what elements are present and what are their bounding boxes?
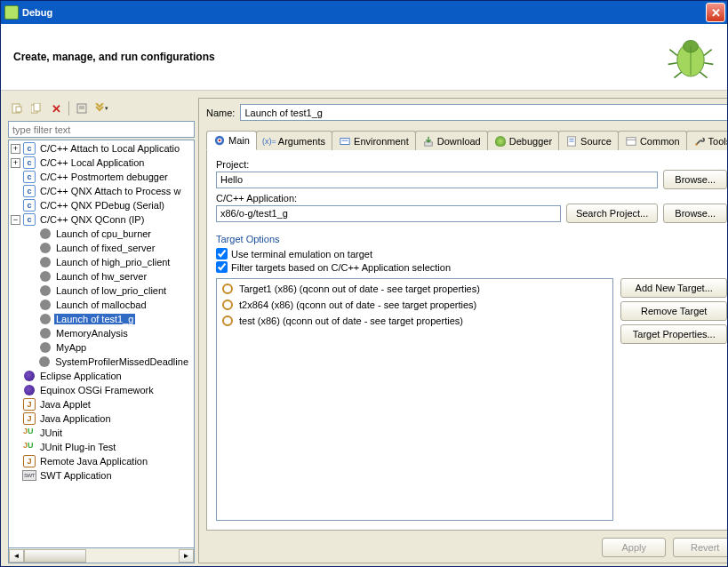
tree-item[interactable]: cC/C++ Postmortem debugger bbox=[9, 170, 194, 184]
tab-environment[interactable]: Environment bbox=[332, 131, 416, 150]
j-icon: J bbox=[22, 397, 36, 411]
config-tree[interactable]: +cC/C++ Attach to Local Applicatio+cC/C+… bbox=[8, 140, 195, 548]
target-properties-button[interactable]: Target Properties... bbox=[620, 324, 727, 344]
tree-item[interactable]: JUnit bbox=[9, 426, 194, 440]
scroll-right-button[interactable]: ► bbox=[179, 549, 194, 563]
tree-item[interactable]: −cC/C++ QNX QConn (IP) bbox=[9, 212, 194, 227]
name-label: Name: bbox=[206, 108, 235, 118]
tab-main-content: Project: Browse... C/C++ Application: Se… bbox=[206, 150, 728, 531]
download-icon bbox=[422, 135, 435, 148]
tab-debugger[interactable]: Debugger bbox=[487, 131, 559, 150]
tab-main[interactable]: Main bbox=[206, 131, 257, 150]
tree-item-label: C/C++ QNX QConn (IP) bbox=[38, 214, 146, 225]
tab-source[interactable]: Source bbox=[558, 131, 619, 150]
add-target-button[interactable]: Add New Target... bbox=[620, 278, 727, 298]
tree-item[interactable]: Launch of high_prio_client bbox=[9, 255, 194, 269]
tree-toggle-icon[interactable]: + bbox=[11, 144, 20, 154]
tree-item[interactable]: cC/C++ QNX PDebug (Serial) bbox=[9, 198, 194, 212]
tree-item[interactable]: JJava Applet bbox=[9, 397, 194, 411]
target-item-label: Target1 (x86) (qconn out of date - see t… bbox=[239, 284, 480, 294]
tree-item[interactable]: cC/C++ QNX Attach to Process w bbox=[9, 184, 194, 198]
project-input[interactable] bbox=[216, 172, 658, 188]
tree-item[interactable]: MyApp bbox=[9, 340, 194, 355]
tree-toggle-icon[interactable]: − bbox=[11, 215, 20, 225]
search-project-button[interactable]: Search Project... bbox=[566, 204, 658, 223]
svg-point-27 bbox=[695, 143, 698, 146]
tree-item[interactable]: JUnit Plug-in Test bbox=[9, 440, 194, 454]
filter-targets-checkbox[interactable]: Filter targets based on C/C++ Applicatio… bbox=[216, 261, 727, 273]
filter-targets-label: Filter targets based on C/C++ Applicatio… bbox=[231, 262, 451, 273]
tree-item[interactable]: Launch of fixed_server bbox=[9, 241, 194, 255]
tab-common[interactable]: Common bbox=[618, 131, 687, 150]
tree-item-label: Java Applet bbox=[38, 399, 92, 410]
target-item[interactable]: Target1 (x86) (qconn out of date - see t… bbox=[219, 281, 611, 297]
scroll-thumb[interactable] bbox=[24, 549, 86, 563]
tab-label: Debugger bbox=[509, 136, 552, 147]
duplicate-config-button[interactable] bbox=[28, 100, 45, 117]
swt-icon: SWT bbox=[22, 468, 36, 483]
tree-item[interactable]: MemoryAnalysis bbox=[9, 326, 194, 340]
tree-item[interactable]: +cC/C++ Local Application bbox=[9, 156, 194, 170]
tree-item-label: Remote Java Application bbox=[38, 456, 149, 467]
tree-item-label: C/C++ Postmortem debugger bbox=[38, 172, 170, 182]
tree-item[interactable]: Launch of mallocbad bbox=[9, 298, 194, 312]
tree-item[interactable]: Launch of hw_server bbox=[9, 269, 194, 284]
tab-label: Arguments bbox=[278, 136, 325, 147]
tab-download[interactable]: Download bbox=[415, 131, 488, 150]
tree-item[interactable]: Launch of low_prio_client bbox=[9, 284, 194, 298]
tree-item-label: JUnit Plug-in Test bbox=[38, 442, 117, 452]
delete-config-button[interactable]: ✕ bbox=[47, 100, 65, 117]
svg-rect-10 bbox=[16, 107, 21, 112]
tree-item-label: SWT Application bbox=[38, 470, 114, 481]
gear-icon bbox=[38, 255, 52, 269]
tab-label: Common bbox=[640, 136, 680, 147]
tree-toggle-icon[interactable]: + bbox=[11, 158, 20, 168]
tree-item[interactable]: Eclipse Application bbox=[9, 369, 194, 383]
close-window-button[interactable]: ✕ bbox=[706, 3, 725, 22]
svg-rect-12 bbox=[34, 103, 40, 111]
filter-targets-input[interactable] bbox=[216, 261, 228, 273]
target-list[interactable]: Target1 (x86) (qconn out of date - see t… bbox=[216, 278, 613, 521]
application-input[interactable] bbox=[216, 205, 561, 222]
tree-item[interactable]: +cC/C++ Attach to Local Applicatio bbox=[9, 141, 194, 156]
target-item-label: test (x86) (qconn out of date - see targ… bbox=[239, 315, 463, 326]
revert-button[interactable]: Revert bbox=[673, 538, 728, 557]
tab-tools[interactable]: Tools bbox=[686, 131, 728, 150]
c-icon: c bbox=[22, 170, 36, 184]
svg-line-5 bbox=[704, 63, 713, 65]
tab-arguments[interactable]: (x)=Arguments bbox=[256, 131, 332, 150]
tree-item[interactable]: Launch of cpu_burner bbox=[9, 227, 194, 241]
filter-config-button[interactable] bbox=[73, 100, 91, 117]
tree-item[interactable]: Equinox OSGi Framework bbox=[9, 383, 194, 397]
browse-project-button[interactable]: Browse... bbox=[663, 170, 727, 189]
source-icon bbox=[565, 135, 578, 148]
horizontal-scrollbar[interactable]: ◄ ► bbox=[8, 548, 195, 563]
tree-item-label: Eclipse Application bbox=[38, 371, 124, 381]
browse-application-button[interactable]: Browse... bbox=[663, 204, 727, 223]
target-item[interactable]: t2x864 (x86) (qconn out of date - see ta… bbox=[219, 297, 611, 313]
new-config-button[interactable] bbox=[8, 100, 26, 117]
collapse-all-button[interactable]: ▾ bbox=[92, 100, 110, 117]
scroll-left-button[interactable]: ◄ bbox=[9, 549, 24, 563]
tree-item[interactable]: JRemote Java Application bbox=[9, 454, 194, 468]
tree-item[interactable]: Launch of test1_g bbox=[9, 312, 194, 326]
name-input[interactable] bbox=[240, 104, 728, 121]
gear-icon bbox=[38, 326, 52, 340]
project-label: Project: bbox=[216, 159, 727, 170]
terminal-emulation-checkbox[interactable]: Use terminal emulation on target bbox=[216, 248, 727, 260]
tree-item-label: C/C++ Local Application bbox=[38, 157, 146, 168]
remove-target-button[interactable]: Remove Target bbox=[620, 301, 727, 321]
target-item[interactable]: test (x86) (qconn out of date - see targ… bbox=[219, 313, 611, 329]
ju-icon bbox=[22, 440, 36, 454]
tree-item[interactable]: SWTSWT Application bbox=[9, 468, 194, 483]
j-icon: J bbox=[22, 411, 36, 426]
eclipse-icon bbox=[22, 383, 36, 397]
tree-item[interactable]: SystemProfilerMissedDeadline bbox=[9, 355, 194, 369]
svg-line-3 bbox=[668, 63, 677, 65]
filter-input[interactable] bbox=[8, 121, 195, 138]
terminal-emulation-input[interactable] bbox=[216, 248, 228, 260]
tree-item[interactable]: JJava Application bbox=[9, 411, 194, 426]
tree-item-label: C/C++ QNX Attach to Process w bbox=[38, 186, 182, 196]
apply-button[interactable]: Apply bbox=[602, 538, 666, 557]
tree-item-label: Launch of mallocbad bbox=[54, 299, 148, 310]
